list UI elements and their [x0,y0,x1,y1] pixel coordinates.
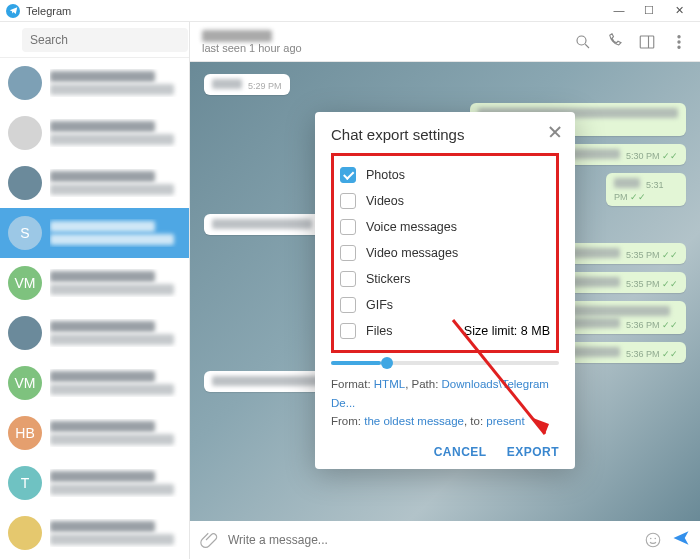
format-info: Format: HTML, Path: Downloads\Telegram D… [331,375,559,430]
chat-list: S VM VM HB T [0,58,189,559]
chat-main: last seen 1 hour ago 5:29 PM 5:30 PM 5:3… [190,22,700,559]
chat-item[interactable]: HB [0,408,189,458]
close-icon[interactable] [547,124,563,140]
chat-item[interactable]: VM [0,258,189,308]
sidebar: S VM VM HB T [0,22,190,559]
to-link[interactable]: present [486,415,524,427]
telegram-icon [6,4,20,18]
dialog-overlay: Chat export settings Photos Videos Voice… [190,22,700,559]
checkbox[interactable] [340,219,356,235]
chat-item-active[interactable]: S [0,208,189,258]
checkbox[interactable] [340,167,356,183]
checkbox[interactable] [340,245,356,261]
opt-videomsg[interactable]: Video messages [338,240,552,266]
opt-gifs[interactable]: GIFs [338,292,552,318]
menu-icon[interactable] [8,29,14,51]
checkbox[interactable] [340,271,356,287]
window-minimize[interactable]: — [604,4,634,17]
from-link[interactable]: the oldest message [364,415,464,427]
window-titlebar: Telegram — ☐ ✕ [0,0,700,22]
window-close[interactable]: ✕ [664,4,694,17]
opt-photos[interactable]: Photos [338,162,552,188]
checkbox[interactable] [340,323,356,339]
chat-item[interactable]: T [0,458,189,508]
chat-item[interactable]: VM [0,358,189,408]
size-limit-label: Size limit: 8 MB [464,324,550,338]
chat-item[interactable] [0,158,189,208]
dialog-title: Chat export settings [331,126,559,143]
opt-videos[interactable]: Videos [338,188,552,214]
export-button[interactable]: EXPORT [507,445,559,459]
chat-item[interactable] [0,108,189,158]
cancel-button[interactable]: CANCEL [434,445,487,459]
checkbox[interactable] [340,297,356,313]
opt-files[interactable]: Files [340,323,392,339]
window-maximize[interactable]: ☐ [634,4,664,17]
window-title: Telegram [26,5,71,17]
opt-voice[interactable]: Voice messages [338,214,552,240]
format-link[interactable]: HTML [374,378,405,390]
chat-item[interactable] [0,308,189,358]
chat-item[interactable] [0,508,189,558]
highlight-box: Photos Videos Voice messages Video messa… [331,153,559,353]
checkbox[interactable] [340,193,356,209]
size-slider[interactable] [331,361,559,365]
export-dialog: Chat export settings Photos Videos Voice… [315,112,575,468]
chat-item[interactable] [0,58,189,108]
opt-stickers[interactable]: Stickers [338,266,552,292]
search-input[interactable] [22,28,188,52]
